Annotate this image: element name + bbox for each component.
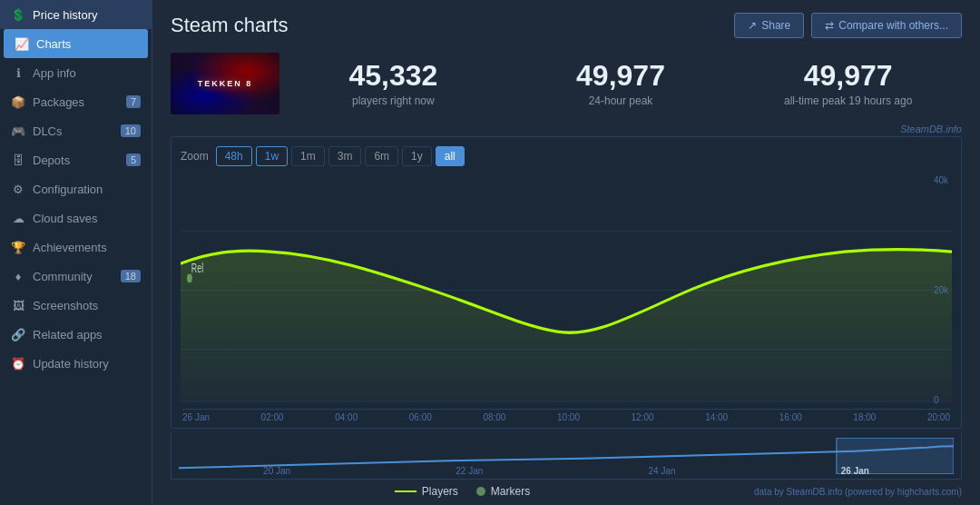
- x-label-12: 12:00: [632, 412, 654, 422]
- main-chart-svg: Rel: [181, 172, 952, 409]
- stat-current-players: 45,332 players right now: [279, 60, 507, 106]
- update-history-icon: ⏰: [11, 356, 25, 371]
- sidebar-item-packages[interactable]: 📦 Packages 7: [0, 87, 152, 116]
- sidebar-item-update-history[interactable]: ⏰ Update history: [0, 349, 152, 378]
- depots-badge: 5: [126, 153, 141, 166]
- x-label-18: 18:00: [853, 412, 876, 422]
- main-content: Steam charts ↗ Share ⇄ Compare with othe…: [152, 0, 980, 505]
- x-axis: 26 Jan 02:00 04:00 06:00 08:00 10:00 12:…: [182, 409, 950, 428]
- markers-dot-icon: [476, 487, 485, 496]
- x-label-10: 10:00: [557, 412, 580, 422]
- 24h-peak-label: 24-hour peak: [516, 94, 726, 107]
- steamdb-credit: SteamDB.info: [152, 124, 980, 136]
- x-label-08: 08:00: [483, 412, 505, 422]
- stat-all-time-peak: 49,977 all-time peak 19 hours ago: [734, 60, 962, 106]
- legend-markers: Markers: [476, 485, 530, 498]
- data-credit: data by SteamDB.info (powered by highcha…: [754, 487, 962, 497]
- sidebar-item-app-info[interactable]: ℹ App info: [0, 58, 152, 87]
- x-label-06: 06:00: [409, 412, 432, 422]
- mini-label-22jan: 22 Jan: [456, 466, 483, 476]
- x-label-20: 20:00: [927, 412, 950, 422]
- players-legend-label: Players: [422, 485, 458, 498]
- x-label-14: 14:00: [705, 412, 728, 422]
- stats-row: TEKKEN 8 45,332 players right now 49,977…: [152, 47, 980, 124]
- app-info-icon: ℹ: [11, 65, 25, 80]
- stat-24h-peak: 49,977 24-hour peak: [507, 60, 735, 106]
- compare-button[interactable]: ⇄ Compare with others...: [811, 13, 962, 38]
- sidebar-item-related-apps[interactable]: 🔗 Related apps: [0, 320, 152, 349]
- depots-icon: 🗄: [11, 153, 25, 167]
- chart-container: Zoom 48h 1w 1m 3m 6m 1y all Rel: [171, 136, 962, 429]
- related-apps-icon: 🔗: [11, 327, 25, 342]
- zoom-3m-button[interactable]: 3m: [328, 146, 362, 166]
- game-thumbnail: TEKKEN 8: [171, 53, 279, 114]
- sidebar-item-community[interactable]: ♦ Community 18: [0, 262, 152, 291]
- main-chart-area: Rel 40k 20k 0: [181, 172, 952, 409]
- packages-badge: 7: [126, 95, 141, 108]
- zoom-1y-button[interactable]: 1y: [402, 146, 432, 166]
- community-icon: ♦: [11, 269, 25, 283]
- x-label-04: 04:00: [335, 412, 358, 422]
- players-line-icon: [395, 490, 416, 492]
- community-badge: 18: [121, 270, 141, 282]
- page-title: Steam charts: [171, 14, 289, 37]
- current-players-value: 45,332: [289, 60, 498, 92]
- header-buttons: ↗ Share ⇄ Compare with others...: [734, 13, 962, 38]
- price-history-icon: 💲: [11, 7, 25, 22]
- legend-items: Players Markers: [171, 485, 754, 498]
- 24h-peak-value: 49,977: [516, 60, 726, 92]
- sidebar: 💲 Price history 📈 Charts ℹ App info 📦 Pa…: [0, 0, 152, 505]
- zoom-1m-button[interactable]: 1m: [291, 146, 325, 166]
- screenshots-icon: 🖼: [11, 298, 25, 312]
- achievements-icon: 🏆: [11, 240, 25, 254]
- x-label-02: 02:00: [261, 412, 284, 422]
- sidebar-item-charts[interactable]: 📈 Charts: [4, 29, 148, 58]
- game-title-logo: TEKKEN 8: [198, 79, 253, 88]
- all-time-peak-label: all-time peak 19 hours ago: [743, 94, 953, 107]
- legend-players: Players: [395, 485, 458, 498]
- dlcs-badge: 10: [121, 124, 141, 137]
- x-label-26jan: 26 Jan: [182, 412, 210, 422]
- sidebar-item-depots[interactable]: 🗄 Depots 5: [0, 145, 152, 174]
- cloud-saves-icon: ☁: [11, 211, 25, 225]
- zoom-1w-button[interactable]: 1w: [256, 146, 288, 166]
- zoom-48h-button[interactable]: 48h: [216, 146, 252, 166]
- x-label-16: 16:00: [779, 412, 802, 422]
- configuration-icon: ⚙: [11, 182, 25, 196]
- sidebar-item-dlcs[interactable]: 🎮 DLCs 10: [0, 116, 152, 145]
- sidebar-item-configuration[interactable]: ⚙ Configuration: [0, 174, 152, 203]
- zoom-6m-button[interactable]: 6m: [365, 146, 398, 166]
- sidebar-item-cloud-saves[interactable]: ☁ Cloud saves: [0, 203, 152, 233]
- share-button[interactable]: ↗ Share: [734, 13, 804, 38]
- packages-icon: 📦: [11, 94, 25, 109]
- legend-row: Players Markers data by SteamDB.info (po…: [152, 480, 980, 505]
- mini-label-20jan: 20 Jan: [263, 466, 290, 476]
- main-header: Steam charts ↗ Share ⇄ Compare with othe…: [152, 0, 980, 47]
- dlcs-icon: 🎮: [11, 124, 25, 138]
- share-icon: ↗: [748, 19, 757, 32]
- sidebar-item-screenshots[interactable]: 🖼 Screenshots: [0, 291, 152, 320]
- zoom-all-button[interactable]: all: [436, 146, 465, 166]
- all-time-peak-value: 49,977: [743, 60, 953, 92]
- mini-label-26jan: 26 Jan: [841, 466, 869, 476]
- zoom-label: Zoom: [181, 150, 209, 163]
- current-players-label: players right now: [289, 94, 498, 107]
- sidebar-item-achievements[interactable]: 🏆 Achievements: [0, 233, 152, 262]
- markers-legend-label: Markers: [491, 485, 530, 498]
- zoom-bar: Zoom 48h 1w 1m 3m 6m 1y all: [181, 146, 952, 166]
- compare-icon: ⇄: [825, 19, 834, 32]
- mini-x-labels: 20 Jan 22 Jan 24 Jan 26 Jan: [172, 466, 961, 476]
- mini-chart-row: 20 Jan 22 Jan 24 Jan 26 Jan: [171, 432, 962, 480]
- mini-label-24jan: 24 Jan: [649, 466, 676, 476]
- sidebar-item-price-history[interactable]: 💲 Price history: [0, 0, 152, 29]
- charts-icon: 📈: [15, 36, 29, 51]
